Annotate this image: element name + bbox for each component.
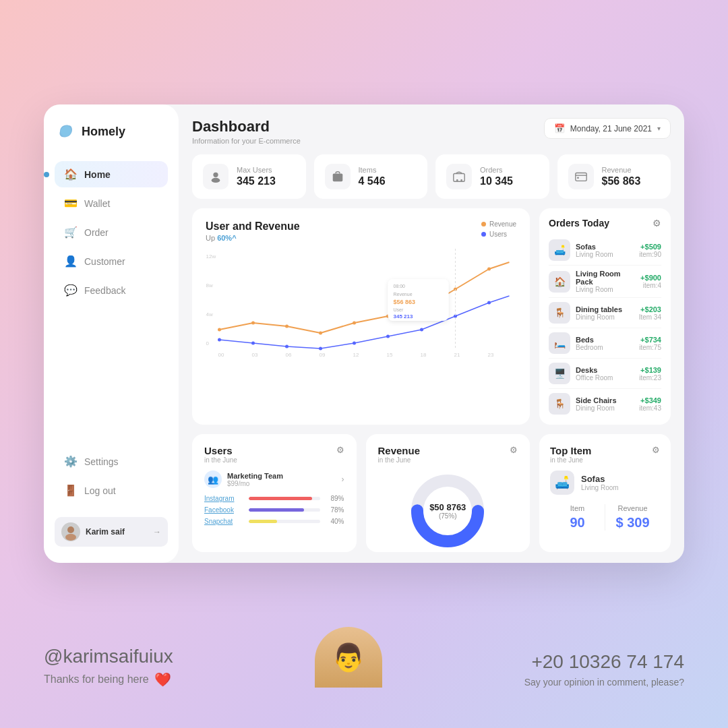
users-subtitle: in the June bbox=[204, 456, 237, 464]
max-users-icon bbox=[203, 164, 229, 189]
sidebar-item-home[interactable]: 🏠 Home bbox=[55, 161, 168, 187]
legend-users-label: Users bbox=[489, 231, 507, 238]
user-card[interactable]: Karim saif → bbox=[55, 517, 168, 547]
platform-snapchat-bar bbox=[249, 520, 277, 523]
order-price: +$139 bbox=[639, 366, 661, 374]
sidebar-item-home-label: Home bbox=[84, 169, 111, 180]
order-items-count: item:43 bbox=[639, 404, 661, 412]
chart-card: User and Revenue Up 60%^ Revenue Users bbox=[192, 208, 530, 425]
platform-instagram-label: Instagram bbox=[204, 495, 243, 502]
sidebar-item-settings[interactable]: ⚙️ Settings bbox=[55, 448, 168, 475]
sidebar-item-customer[interactable]: 👤 Customer bbox=[55, 248, 168, 274]
svg-point-25 bbox=[285, 325, 289, 328]
credit-right: +20 10326 74 174 Say your opinion in com… bbox=[524, 651, 684, 688]
calendar-icon: 📅 bbox=[554, 123, 565, 133]
team-arrow-icon: › bbox=[342, 475, 344, 484]
order-item: 🛏️ Beds Bedroom +$734 item:75 bbox=[549, 328, 661, 359]
home-icon: 🏠 bbox=[64, 168, 76, 181]
revenue-filter-icon[interactable]: ⚙ bbox=[510, 445, 518, 455]
sidebar-item-order[interactable]: 🛒 Order bbox=[55, 219, 168, 245]
page-header: Dashboard Information for your E-commerc… bbox=[192, 118, 671, 145]
stat-revenue: Revenue $56 863 bbox=[557, 154, 671, 199]
stat-max-users: Max Users 345 213 bbox=[192, 154, 306, 199]
logo-area: Homely bbox=[55, 121, 168, 142]
svg-point-26 bbox=[319, 332, 322, 335]
svg-rect-8 bbox=[575, 173, 586, 181]
order-item: 🪑 Side Chairs Dining Room +$349 item:43 bbox=[549, 389, 661, 419]
date-picker[interactable]: 📅 Monday, 21 June 2021 ▾ bbox=[544, 118, 671, 139]
order-price: +$900 bbox=[640, 274, 661, 282]
chevron-down-icon: ▾ bbox=[657, 125, 661, 132]
sidebar-item-wallet[interactable]: 💳 Wallet bbox=[55, 190, 168, 216]
order-item: 🖥️ Desks Office Room +$139 item:23 bbox=[549, 359, 661, 389]
logo-icon bbox=[55, 121, 76, 142]
order-img-sofas: 🛋️ bbox=[549, 239, 570, 261]
stat-orders: Orders 10 345 bbox=[435, 154, 549, 199]
credit-handle: @karimsaifuiux bbox=[44, 646, 173, 667]
order-price: +$203 bbox=[639, 305, 661, 313]
svg-text:$56 863: $56 863 bbox=[394, 299, 416, 305]
items-icon bbox=[325, 164, 351, 189]
users-filter-icon[interactable]: ⚙ bbox=[336, 445, 344, 455]
settings-icon: ⚙️ bbox=[64, 455, 76, 468]
main-content: Dashboard Information for your E-commerc… bbox=[179, 104, 684, 563]
order-item: 🛋️ Sofas Living Room +$509 item:90 bbox=[549, 235, 661, 266]
credit-center-placeholder: 👨 bbox=[308, 627, 389, 688]
svg-text:09: 09 bbox=[320, 352, 326, 358]
top-item-stats: Item 90 Revenue $ 309 bbox=[550, 504, 660, 530]
nav-items: 🏠 Home 💳 Wallet 🛒 Order 👤 Customer 💬 Fee… bbox=[55, 161, 168, 448]
revenue-label: Revenue bbox=[602, 166, 641, 174]
chart-title: User and Revenue bbox=[206, 220, 516, 233]
page-title: Dashboard bbox=[192, 118, 301, 135]
order-name: Sofas bbox=[576, 243, 634, 251]
platform-facebook-bar-bg bbox=[249, 508, 320, 512]
svg-point-40 bbox=[487, 301, 491, 305]
sidebar-item-order-label: Order bbox=[84, 227, 109, 238]
sidebar-item-feedback[interactable]: 💬 Feedback bbox=[55, 277, 168, 303]
svg-point-35 bbox=[319, 347, 322, 351]
svg-text:18: 18 bbox=[421, 352, 427, 358]
order-category: Dining Room bbox=[576, 313, 634, 321]
svg-text:00: 00 bbox=[218, 352, 224, 358]
revenue-card-subtitle: in the June bbox=[378, 456, 421, 464]
order-category: Living Room bbox=[576, 251, 634, 258]
user-arrow-icon: → bbox=[153, 527, 161, 537]
platform-instagram-bar bbox=[249, 497, 312, 500]
team-name: Marketing Team bbox=[227, 472, 336, 480]
donut-label: $50 8763 (75%) bbox=[429, 502, 466, 520]
middle-row: User and Revenue Up 60%^ Revenue Users bbox=[192, 208, 671, 425]
credit-cta: Say your opinion in comment, please? bbox=[524, 677, 684, 688]
logout-icon: 🚪 bbox=[64, 484, 76, 497]
order-items-count: item:75 bbox=[639, 344, 661, 351]
platform-snapchat-bar-bg bbox=[249, 520, 320, 523]
top-item-revenue-label: Revenue bbox=[605, 504, 660, 512]
order-price: +$509 bbox=[639, 243, 661, 251]
chart-pct: 60%^ bbox=[217, 234, 236, 242]
svg-text:12w: 12w bbox=[206, 253, 216, 260]
order-img-desks: 🖥️ bbox=[549, 363, 570, 384]
order-icon: 🛒 bbox=[64, 226, 76, 239]
top-item-filter-icon[interactable]: ⚙ bbox=[652, 445, 660, 455]
sidebar-item-logout[interactable]: 🚪 Log out bbox=[55, 477, 168, 504]
order-category: Living Room bbox=[576, 286, 635, 293]
svg-text:0: 0 bbox=[206, 340, 210, 346]
platform-facebook: Facebook 78% bbox=[204, 506, 344, 514]
feedback-icon: 💬 bbox=[64, 284, 76, 297]
legend-revenue-label: Revenue bbox=[489, 220, 516, 228]
wallet-icon: 💳 bbox=[64, 197, 76, 210]
platform-facebook-pct: 78% bbox=[326, 506, 344, 514]
users-header: Users in the June ⚙ bbox=[204, 445, 344, 464]
max-users-value: 345 213 bbox=[237, 175, 276, 187]
top-item-stat-items: Item 90 bbox=[550, 504, 605, 530]
svg-text:User: User bbox=[394, 307, 404, 312]
orders-today-header: Orders Today ⚙ bbox=[549, 218, 661, 229]
user-name: Karim saif bbox=[86, 527, 148, 537]
orders-value: 10 345 bbox=[480, 175, 513, 187]
top-item-header: Top Item in the June ⚙ bbox=[550, 445, 660, 464]
top-item-category: Living Room bbox=[581, 484, 619, 491]
svg-text:8w: 8w bbox=[206, 282, 213, 289]
filter-icon[interactable]: ⚙ bbox=[653, 218, 661, 229]
svg-text:Revenue: Revenue bbox=[394, 292, 413, 297]
chart-area: 12w 8w 4w 0 00 03 06 09 12 15 18 21 23 bbox=[206, 249, 516, 363]
order-price: +$734 bbox=[639, 336, 661, 344]
